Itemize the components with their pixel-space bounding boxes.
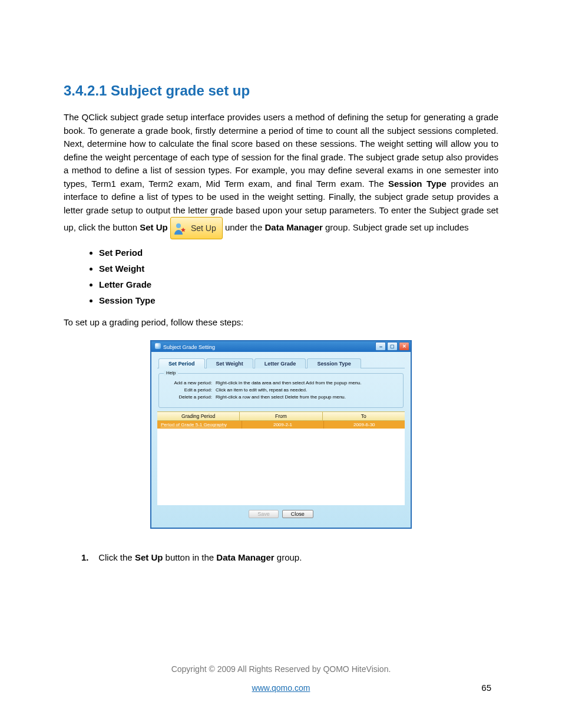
subject-grade-setting-window: Subject Grade Setting ‒ ▢ ✕ Set Period S… bbox=[150, 340, 412, 529]
help-val: Right-click in the data area and then se… bbox=[216, 380, 398, 386]
list-item: Letter Grade bbox=[99, 279, 498, 289]
tab-set-weight[interactable]: Set Weight bbox=[206, 358, 253, 368]
tabs: Set Period Set Weight Letter Grade Sessi… bbox=[157, 358, 405, 368]
text: group. Subject grade set up includes bbox=[323, 222, 469, 232]
help-row: Add a new period:Right-click in the data… bbox=[165, 380, 398, 386]
cell-from[interactable]: 2009-2-1 bbox=[242, 421, 323, 429]
help-legend: Help bbox=[164, 370, 178, 375]
set-up-button-label: Set Up bbox=[191, 223, 216, 233]
list-item: Set Weight bbox=[99, 263, 498, 274]
bold-data-manager: Data Manager bbox=[216, 552, 274, 562]
help-row: Delete a period:Right-click a row and th… bbox=[165, 394, 398, 400]
help-val: Click an item to edit with, repeat as ne… bbox=[216, 387, 398, 393]
footer: Copyright © 2009 All Rights Reserved by … bbox=[64, 664, 498, 693]
col-to: To bbox=[323, 412, 405, 420]
help-key: Delete a period: bbox=[165, 394, 216, 400]
help-val: Right-click a row and then select Delete… bbox=[216, 394, 398, 400]
maximize-button[interactable]: ▢ bbox=[387, 342, 398, 351]
bold-data-manager: Data Manager bbox=[265, 222, 322, 232]
list-item: Set Period bbox=[99, 248, 498, 258]
close-dialog-button[interactable]: Close bbox=[282, 510, 313, 518]
step-number: 1. bbox=[81, 552, 89, 562]
tab-set-period[interactable]: Set Period bbox=[158, 358, 205, 368]
set-up-button[interactable]: Set Up bbox=[170, 217, 223, 239]
minimize-button[interactable]: ‒ bbox=[375, 342, 386, 351]
bold-session-type: Session Type bbox=[388, 179, 447, 189]
text: group. bbox=[275, 552, 302, 562]
grid-empty-area[interactable] bbox=[157, 429, 405, 505]
svg-point-0 bbox=[176, 223, 181, 228]
intro-paragraph: The QClick subject grade setup interface… bbox=[64, 111, 498, 239]
grid-row-selected[interactable]: Period of Grade 5-1 Geography 2009-2-1 2… bbox=[157, 421, 405, 429]
cell-period[interactable]: Period of Grade 5-1 Geography bbox=[157, 421, 242, 429]
help-key: Edit a period: bbox=[165, 387, 216, 393]
help-row: Edit a period:Click an item to edit with… bbox=[165, 387, 398, 393]
bold-set-up: Set Up bbox=[135, 552, 163, 562]
copyright: Copyright © 2009 All Rights Reserved by … bbox=[64, 664, 498, 674]
step-1: 1. Click the Set Up button in the Data M… bbox=[64, 552, 498, 562]
grid-header: Grading Period From To bbox=[157, 411, 405, 421]
steps-intro: To set up a grading period, follow these… bbox=[64, 316, 498, 330]
tab-session-type[interactable]: Session Type bbox=[307, 358, 361, 368]
col-grading-period: Grading Period bbox=[157, 412, 240, 420]
window-icon bbox=[155, 343, 161, 349]
page-number: 65 bbox=[481, 683, 491, 693]
text: Click the bbox=[98, 552, 135, 562]
close-button[interactable]: ✕ bbox=[399, 342, 409, 351]
text: under the bbox=[225, 222, 265, 232]
save-button[interactable]: Save bbox=[249, 510, 279, 518]
cell-to[interactable]: 2009-6-30 bbox=[324, 421, 405, 429]
bullet-list: Set Period Set Weight Letter Grade Sessi… bbox=[64, 248, 498, 305]
list-item: Session Type bbox=[99, 295, 498, 305]
bold-set-up: Set Up bbox=[140, 222, 168, 232]
col-from: From bbox=[240, 412, 322, 420]
text: button in the bbox=[163, 552, 216, 562]
help-groupbox: Help Add a new period:Right-click in the… bbox=[158, 373, 404, 408]
help-key: Add a new period: bbox=[165, 380, 216, 386]
text: The QClick subject grade setup interface… bbox=[64, 112, 498, 189]
user-star-icon bbox=[173, 222, 187, 236]
titlebar: Subject Grade Setting ‒ ▢ ✕ bbox=[151, 341, 411, 352]
tab-letter-grade[interactable]: Letter Grade bbox=[254, 358, 306, 368]
window-title: Subject Grade Setting bbox=[163, 344, 215, 350]
site-link[interactable]: www.qomo.com bbox=[64, 683, 498, 693]
section-heading: 3.4.2.1 Subject grade set up bbox=[64, 83, 498, 99]
